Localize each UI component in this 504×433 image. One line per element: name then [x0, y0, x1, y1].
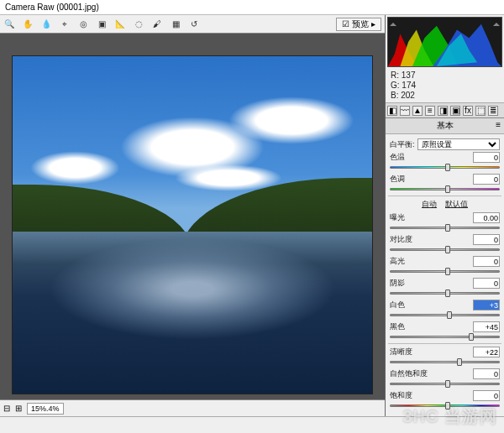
- tab-split[interactable]: ◨: [438, 106, 448, 116]
- highlights-input[interactable]: [473, 256, 500, 267]
- tab-hsl[interactable]: ≡: [425, 106, 435, 116]
- blacks-input[interactable]: [473, 321, 500, 332]
- exposure-input[interactable]: [473, 212, 500, 223]
- vibrance-thumb[interactable]: [445, 380, 450, 388]
- canvas-area: 🔍 ✋ 💧 ⌖ ◎ ▣ 📐 ◌ 🖌 ▦ ↺ ☑ 预览▸: [0, 15, 385, 416]
- clarity-input[interactable]: [473, 347, 500, 357]
- saturation-input[interactable]: [473, 390, 500, 401]
- b-value: B: 202: [391, 91, 499, 101]
- window-titlebar: Camera Raw (00001.jpg): [0, 0, 504, 15]
- panel-title: 基本 ≡: [386, 118, 504, 134]
- r-value: R: 137: [391, 70, 499, 81]
- rotate-ccw-icon[interactable]: ↺: [188, 18, 200, 30]
- temp-thumb[interactable]: [445, 164, 450, 171]
- shadows-input[interactable]: [473, 278, 500, 289]
- tint-row: 色调: [390, 174, 500, 193]
- auto-link[interactable]: 自动: [422, 199, 437, 210]
- saturation-thumb[interactable]: [445, 402, 450, 410]
- wb-icon[interactable]: 💧: [40, 18, 52, 30]
- highlights-thumb[interactable]: [445, 268, 450, 275]
- chevron-icon: ▸: [371, 19, 375, 29]
- tab-curve[interactable]: 〰: [400, 106, 410, 116]
- brush-icon[interactable]: 🖌: [151, 18, 163, 30]
- contrast-thumb[interactable]: [445, 246, 450, 253]
- zoom-icon[interactable]: 🔍: [3, 18, 15, 30]
- g-value: G: 174: [391, 81, 499, 91]
- straighten-icon[interactable]: 📐: [114, 18, 126, 30]
- histogram[interactable]: [387, 17, 502, 67]
- whites-thumb[interactable]: [447, 311, 452, 319]
- default-link[interactable]: 默认值: [445, 199, 468, 210]
- vibrance-input[interactable]: [473, 368, 500, 379]
- bottom-bar: [0, 416, 504, 433]
- tint-input[interactable]: [473, 174, 500, 185]
- spot-icon[interactable]: ◌: [133, 18, 144, 30]
- tint-thumb[interactable]: [445, 185, 450, 193]
- color-sampler-icon[interactable]: ⌖: [59, 18, 71, 30]
- wb-select[interactable]: 原照设置: [417, 138, 500, 150]
- rgb-readout: R: 137 G: 174 B: 202: [386, 69, 504, 103]
- photo-preview: [12, 55, 373, 394]
- crop-icon[interactable]: ▣: [96, 18, 108, 30]
- target-icon[interactable]: ◎: [77, 18, 89, 30]
- blacks-thumb[interactable]: [469, 333, 474, 341]
- wb-label: 白平衡:: [390, 139, 415, 150]
- tab-lens[interactable]: ▣: [450, 106, 460, 116]
- side-panel: R: 137 G: 174 B: 202 ◧ 〰 ▲ ≡ ◨ ▣ fx ⬚ ≣ …: [385, 15, 504, 416]
- prefs-icon[interactable]: ▦: [170, 18, 181, 30]
- panel-tabs: ◧ 〰 ▲ ≡ ◨ ▣ fx ⬚ ≣: [386, 103, 504, 118]
- window-title: Camera Raw (00001.jpg): [5, 3, 99, 12]
- contrast-input[interactable]: [473, 234, 500, 245]
- toolbar: 🔍 ✋ 💧 ⌖ ◎ ▣ 📐 ◌ 🖌 ▦ ↺ ☑ 预览▸: [0, 15, 385, 34]
- tab-preset[interactable]: ≣: [488, 106, 498, 116]
- main-area: 🔍 ✋ 💧 ⌖ ◎ ▣ 📐 ◌ 🖌 ▦ ↺ ☑ 预览▸: [0, 15, 504, 416]
- temp-input[interactable]: [473, 152, 500, 163]
- tab-calib[interactable]: ⬚: [475, 106, 486, 116]
- image-viewport[interactable]: [0, 34, 385, 399]
- hand-icon[interactable]: ✋: [22, 18, 34, 30]
- temp-row: 色温: [390, 152, 500, 171]
- panel-menu-icon[interactable]: ≡: [496, 120, 501, 129]
- shadows-thumb[interactable]: [445, 290, 450, 297]
- tab-basic[interactable]: ◧: [387, 106, 397, 116]
- controls: 白平衡: 原照设置 色温 色调 自动 默认值 曝光 对比度 高光 阴影 白色 黑…: [386, 134, 504, 416]
- whites-input[interactable]: [473, 300, 500, 310]
- zoom-in-icon[interactable]: ⊞: [15, 404, 22, 413]
- tab-fx[interactable]: fx: [463, 106, 473, 116]
- exposure-thumb[interactable]: [445, 224, 450, 232]
- statusbar: ⊟ ⊞ 15%.4%: [0, 399, 385, 416]
- preview-toggle[interactable]: ☑ 预览▸: [336, 18, 381, 31]
- clarity-thumb[interactable]: [457, 358, 462, 366]
- zoom-level[interactable]: 15%.4%: [27, 403, 64, 415]
- zoom-out-icon[interactable]: ⊟: [3, 404, 10, 413]
- tab-detail[interactable]: ▲: [412, 106, 423, 116]
